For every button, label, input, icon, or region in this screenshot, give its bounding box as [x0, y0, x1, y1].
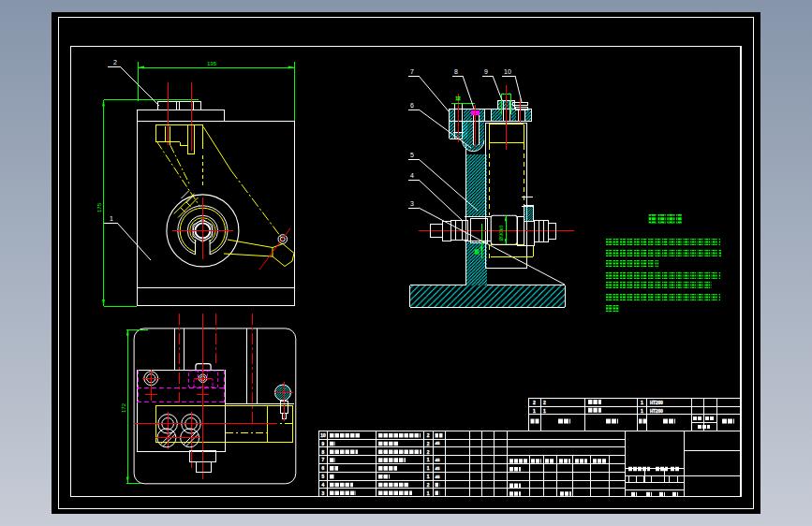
svg-text:10: 10	[504, 68, 511, 75]
svg-text:8: 8	[322, 450, 325, 455]
svg-text:1: 1	[427, 475, 430, 479]
svg-text:135: 135	[207, 61, 217, 66]
svg-text:3: 3	[410, 200, 414, 207]
svg-text:9: 9	[484, 68, 488, 75]
svg-text:4: 4	[322, 483, 325, 488]
svg-text:9: 9	[322, 442, 325, 446]
svg-text:5: 5	[410, 152, 414, 158]
svg-text:2: 2	[427, 483, 430, 488]
svg-text:45: 45	[436, 441, 440, 446]
svg-text:2: 2	[427, 450, 430, 455]
svg-text:7: 7	[322, 458, 325, 462]
svg-text:2: 2	[427, 433, 430, 438]
svg-text:1: 1	[427, 466, 430, 471]
svg-text:Ø30k6: Ø30k6	[498, 225, 504, 241]
svg-text:3: 3	[322, 491, 325, 496]
svg-text:1: 1	[641, 400, 643, 405]
svg-text:2: 2	[533, 400, 536, 405]
svg-text:HT200: HT200	[650, 409, 663, 414]
svg-text:2: 2	[427, 442, 430, 446]
svg-text:1: 1	[543, 408, 546, 414]
svg-text:1: 1	[427, 458, 430, 462]
svg-text:1: 1	[641, 408, 643, 414]
svg-text:8: 8	[454, 68, 458, 75]
svg-text:10: 10	[320, 433, 326, 438]
svg-text:HT200: HT200	[650, 401, 663, 405]
svg-text:35: 35	[474, 249, 480, 255]
svg-text:6: 6	[410, 102, 414, 109]
svg-text:2: 2	[113, 59, 117, 66]
svg-text:45: 45	[436, 458, 440, 462]
svg-text:1: 1	[427, 491, 430, 496]
svg-text:45: 45	[436, 475, 440, 479]
svg-text:6: 6	[322, 466, 325, 471]
svg-text:1: 1	[533, 408, 536, 414]
svg-text:2: 2	[543, 400, 546, 405]
svg-text:5: 5	[322, 475, 325, 479]
svg-text:172: 172	[121, 402, 126, 413]
svg-text:7: 7	[410, 68, 414, 75]
svg-text:4: 4	[410, 172, 414, 179]
svg-text:12: 12	[455, 96, 461, 101]
svg-text:45: 45	[436, 466, 440, 471]
svg-text:1: 1	[110, 215, 113, 222]
svg-text:175: 175	[96, 202, 102, 212]
